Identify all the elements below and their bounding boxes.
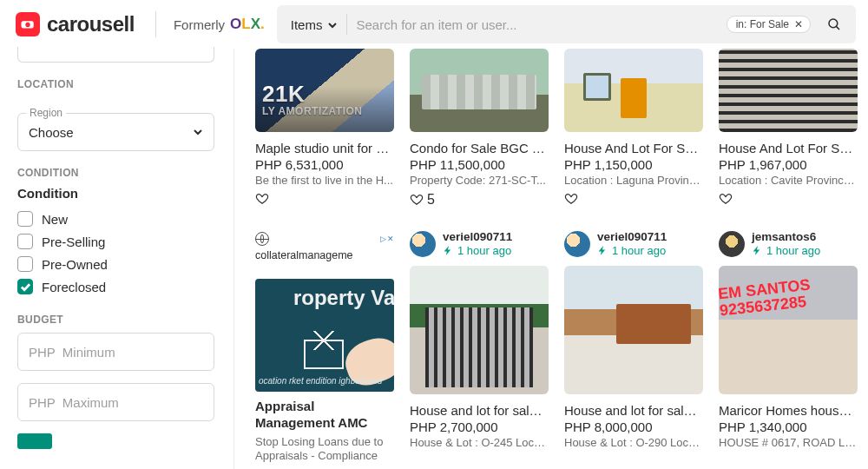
brand-divider — [155, 11, 156, 37]
option-label: Foreclosed — [42, 280, 106, 294]
listing-title: Maple studio unit for sal... — [255, 141, 394, 155]
filters-sidebar: LOCATION Region Choose CONDITION Conditi… — [0, 49, 234, 469]
listing-title: House And Lot For Sale I... — [564, 141, 703, 155]
results-grid: 21KLY AMORTIZATION Maple studio unit for… — [255, 49, 868, 464]
listing-image — [410, 49, 549, 132]
seller-row[interactable]: jemsantos6 1 hour ago — [719, 230, 858, 257]
seller-row[interactable]: veriel090711 1 hour ago — [564, 230, 703, 257]
svg-line-1 — [836, 26, 839, 30]
listing-price: PHP 1,967,000 — [719, 157, 858, 172]
like-button[interactable] — [719, 192, 858, 206]
search-scope-label: Items — [291, 17, 323, 32]
seller-name: veriel090711 — [443, 230, 512, 243]
condition-option-preowned[interactable]: Pre-Owned — [17, 253, 214, 275]
search-scope-dropdown[interactable]: Items — [291, 17, 339, 33]
apply-button[interactable] — [17, 433, 52, 449]
avatar — [564, 231, 590, 257]
listing-sub: House & Lot : O-245 Loca... — [410, 436, 549, 449]
close-icon[interactable]: ✕ — [794, 18, 803, 30]
checkbox-icon — [17, 211, 33, 227]
ad-title: Appraisal Management AMC — [255, 399, 394, 432]
seller-row[interactable]: veriel090711 1 hour ago — [410, 230, 549, 257]
filter-title-budget: BUDGET — [17, 314, 214, 326]
listing-card[interactable]: Condo for Sale BGC Tag... PHP 11,500,000… — [410, 49, 549, 208]
checkbox-icon — [17, 256, 33, 272]
like-count: 5 — [427, 192, 435, 208]
condition-option-preselling[interactable]: Pre-Selling — [17, 230, 214, 253]
adchoices-icon[interactable]: ▷✕ — [380, 234, 394, 243]
listing-card[interactable]: House And Lot For Sale I... PHP 1,967,00… — [719, 49, 858, 208]
condition-option-foreclosed[interactable]: Foreclosed — [17, 275, 214, 298]
globe-icon — [255, 232, 269, 246]
olx-badge-icon: OLX. — [230, 16, 265, 33]
listing-time: 1 hour ago — [752, 244, 820, 257]
like-button[interactable] — [564, 192, 703, 206]
svg-point-0 — [829, 19, 838, 28]
listing-image — [564, 266, 703, 394]
ad-link[interactable]: collateralmanageme — [255, 249, 394, 261]
search-separator — [346, 14, 347, 35]
option-label: New — [42, 212, 68, 227]
formerly-label: Formerly — [174, 17, 225, 32]
searchbar: Items in: For Sale ✕ — [277, 5, 856, 43]
listing-sub: Location : Laguna Provinc... — [564, 174, 703, 187]
search-input[interactable] — [356, 17, 717, 32]
ad-header: ▷✕ — [255, 230, 394, 249]
filter-group-location: LOCATION Region Choose — [17, 78, 214, 151]
sponsored-ad-card[interactable]: ▷✕ collateralmanageme roperty Value ocat… — [255, 208, 394, 464]
listing-card[interactable]: veriel090711 1 hour ago House and lot fo… — [564, 208, 703, 464]
search-icon[interactable] — [819, 10, 849, 39]
currency-prefix: PHP — [29, 345, 56, 360]
listing-title: Maricor Homes house an... — [719, 403, 858, 418]
search-filter-pill[interactable]: in: For Sale ✕ — [727, 16, 811, 33]
like-button[interactable] — [255, 192, 394, 206]
listing-price: PHP 8,000,000 — [564, 419, 703, 434]
listing-card[interactable]: jemsantos6 1 hour ago EM SANTOS923563728… — [719, 208, 858, 464]
checkbox-checked-icon — [17, 279, 33, 294]
listing-sub: Property Code: 271-SC-T... — [410, 174, 549, 187]
listing-title: House and lot for sale in ... — [410, 403, 549, 418]
brand-formerly: Formerly OLX. — [174, 16, 265, 33]
filter-group-condition: CONDITION Condition New Pre-Selling Pre-… — [17, 167, 214, 298]
brand-logo-icon — [16, 12, 40, 36]
listing-sub: House & Lot : O-290 Loca... — [564, 436, 703, 449]
filter-title-location: LOCATION — [17, 78, 214, 90]
results-main: 21KLY AMORTIZATION Maple studio unit for… — [234, 49, 868, 469]
max-placeholder: Maximum — [62, 395, 119, 410]
bolt-icon — [752, 245, 763, 256]
bolt-icon — [597, 245, 608, 256]
listing-title: House And Lot For Sale I... — [719, 141, 858, 155]
ad-description: Stop Losing Loans due to Appraisals - Co… — [255, 435, 394, 465]
budget-max-input[interactable]: PHP Maximum — [17, 383, 214, 421]
listing-card[interactable]: House And Lot For Sale I... PHP 1,150,00… — [564, 49, 703, 208]
brand[interactable]: carousell — [16, 12, 135, 36]
listing-price: PHP 11,500,000 — [410, 157, 549, 172]
listing-card[interactable]: veriel090711 1 hour ago House and lot fo… — [410, 208, 549, 464]
chevron-down-icon — [193, 125, 203, 140]
listing-card[interactable]: 21KLY AMORTIZATION Maple studio unit for… — [255, 49, 394, 208]
topbar: carousell Formerly OLX. Items in: For Sa… — [0, 0, 868, 49]
listing-price: PHP 6,531,000 — [255, 157, 394, 172]
filter-title-condition: CONDITION — [17, 167, 214, 179]
checkbox-icon — [17, 234, 33, 249]
listing-price: PHP 1,340,000 — [719, 419, 858, 434]
min-placeholder: Minimum — [62, 345, 115, 360]
bolt-icon — [443, 245, 454, 256]
truncated-select[interactable] — [17, 47, 214, 63]
condition-option-new[interactable]: New — [17, 208, 214, 230]
like-button[interactable]: 5 — [410, 192, 549, 208]
filter-group-budget: BUDGET PHP Minimum PHP Maximum — [17, 314, 214, 449]
listing-sub: HOUSE # 0617, ROAD LOT... — [719, 436, 858, 449]
budget-min-input[interactable]: PHP Minimum — [17, 333, 214, 371]
avatar — [719, 231, 745, 257]
currency-prefix: PHP — [29, 395, 56, 410]
ad-image: roperty Value ocation rket endition ighb… — [255, 279, 394, 392]
listing-sub: Be the first to live in the H... — [255, 174, 394, 187]
listing-time: 1 hour ago — [443, 244, 512, 257]
seller-name: jemsantos6 — [752, 230, 820, 243]
listing-sub: Location : Cavite Province ... — [719, 174, 858, 187]
filter-pill-label: in: For Sale — [736, 18, 789, 30]
listing-title: House and lot for sale in ... — [564, 403, 703, 418]
listing-image — [564, 49, 703, 132]
listing-time: 1 hour ago — [597, 244, 667, 257]
